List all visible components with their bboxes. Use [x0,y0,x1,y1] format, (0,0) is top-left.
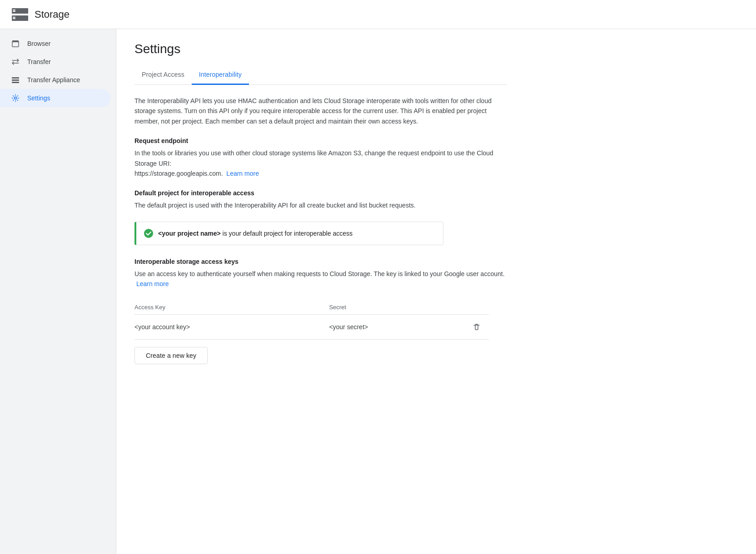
request-endpoint-uri: https://storage.googleapis.com. [134,170,223,177]
svg-rect-9 [12,79,19,81]
column-secret: Secret [329,300,471,315]
access-keys-table: Access Key Secret <your account key> <yo… [134,300,489,340]
sidebar-item-browser[interactable]: Browser [0,35,110,53]
access-keys-description: Use an access key to authenticate yourse… [134,269,507,289]
svg-point-12 [144,229,153,238]
header-logo: Storage [11,7,70,22]
check-circle-icon [144,228,154,238]
svg-rect-5 [13,18,15,19]
project-name: <your project name> [158,230,221,237]
transfer-icon [11,57,20,66]
storage-logo-icon [11,7,29,22]
access-keys-learn-more-link[interactable]: Learn more [136,280,169,287]
column-actions [471,300,489,315]
sidebar: Browser Transfer Transfer Appliance [0,29,116,554]
tab-interoperability[interactable]: Interoperability [192,65,249,85]
default-project-section: Default project for interoperable access… [134,189,507,245]
main-layout: Browser Transfer Transfer Appliance [0,29,756,554]
sidebar-item-settings-label: Settings [27,94,50,102]
svg-rect-2 [13,11,15,12]
secret-value: <your secret> [329,314,471,339]
default-project-heading: Default project for interoperable access [134,189,507,197]
sidebar-item-browser-label: Browser [27,40,50,47]
column-access-key: Access Key [134,300,329,315]
svg-rect-8 [12,77,19,79]
request-endpoint-text: In the tools or libraries you use with o… [134,148,507,178]
tabs-container: Project Access Interoperability [134,65,507,85]
transfer-appliance-icon [11,75,20,84]
header-title: Storage [35,9,70,20]
tab-project-access[interactable]: Project Access [134,65,192,85]
request-endpoint-section: Request endpoint In the tools or librari… [134,137,507,178]
project-info-box: <your project name> is your default proj… [134,222,443,245]
svg-rect-4 [13,17,15,18]
request-endpoint-learn-more-link[interactable]: Learn more [226,170,259,177]
access-keys-heading: Interoperable storage access keys [134,258,507,265]
svg-rect-1 [13,10,15,10]
create-new-key-button[interactable]: Create a new key [134,347,208,364]
svg-rect-10 [12,82,19,83]
interoperability-description: The Interoperability API lets you use HM… [134,96,507,126]
table-row: <your account key> <your secret> [134,314,489,339]
svg-rect-7 [12,40,19,42]
content-inner: Settings Project Access Interoperability… [116,29,525,386]
project-suffix: is your default project for interoperabl… [221,230,353,237]
settings-icon [11,94,20,103]
content-area: Settings Project Access Interoperability… [116,29,756,554]
sidebar-item-transfer-appliance[interactable]: Transfer Appliance [0,71,110,89]
sidebar-item-transfer-label: Transfer [27,58,51,65]
default-project-text: The default project is used with the Int… [134,200,507,210]
delete-cell [471,314,489,339]
interoperability-content: The Interoperability API lets you use HM… [134,96,507,364]
page-title: Settings [134,42,507,56]
request-endpoint-heading: Request endpoint [134,137,507,144]
browser-icon [11,39,20,48]
sidebar-item-transfer-appliance-label: Transfer Appliance [27,76,80,84]
project-info-text: <your project name> is your default proj… [158,230,353,237]
access-keys-section: Interoperable storage access keys Use an… [134,258,507,364]
sidebar-item-settings[interactable]: Settings [0,89,110,107]
delete-key-button[interactable] [471,321,482,333]
svg-point-11 [15,97,17,99]
top-header: Storage [0,0,756,29]
access-key-value: <your account key> [134,314,329,339]
sidebar-item-transfer[interactable]: Transfer [0,53,110,71]
